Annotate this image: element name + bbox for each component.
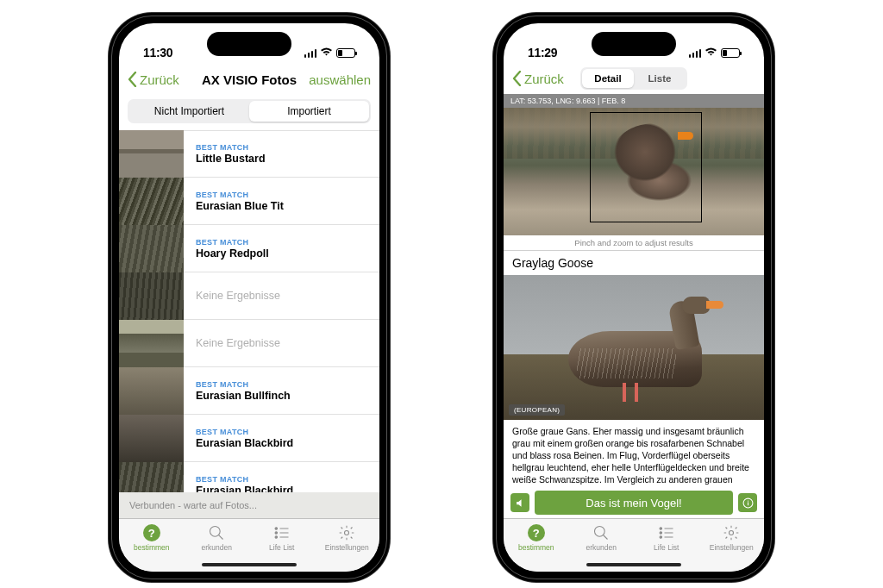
select-button[interactable]: auswählen xyxy=(309,72,371,87)
thumbnail xyxy=(119,272,184,320)
best-match-label: BEST MATCH xyxy=(196,143,266,152)
list-item[interactable]: BEST MATCH Little Bustard xyxy=(119,130,379,178)
back-button[interactable]: Zurück xyxy=(512,71,564,86)
thumbnail xyxy=(119,462,184,493)
tab-liste[interactable]: Liste xyxy=(634,69,686,88)
gear-icon xyxy=(337,523,356,542)
pinch-hint: Pinch and zoom to adjust results xyxy=(504,235,764,250)
coordinates-bar: LAT: 53.753, LNG: 9.663 | FEB. 8 xyxy=(504,94,764,108)
wifi-icon xyxy=(320,47,333,59)
svg-point-0 xyxy=(210,527,221,537)
svg-point-1 xyxy=(275,528,278,530)
tab-bestimmen[interactable]: ? bestimmen xyxy=(510,523,562,572)
home-indicator[interactable] xyxy=(586,563,681,566)
cellular-icon xyxy=(689,49,702,58)
species-description: Große graue Gans. Eher massig und insges… xyxy=(504,420,764,488)
list-item[interactable]: Keine Ergebnisse xyxy=(119,320,379,367)
screen-right: 11:29 Zurück Detail Liste LAT: 53.7 xyxy=(504,23,764,572)
best-match-label: BEST MATCH xyxy=(196,238,269,247)
nav-header: Zurück AX VISIO Fotos auswählen xyxy=(119,63,379,96)
identify-icon: ? xyxy=(142,523,161,542)
list-item[interactable]: BEST MATCH Eurasian Blue Tit xyxy=(119,178,379,225)
phone-frame-left: 11:30 Zurück AX VISIO Fotos auswählen Ni… xyxy=(109,13,390,582)
species-name: Little Bustard xyxy=(196,153,266,165)
no-results-label: Keine Ergebnisse xyxy=(196,337,280,349)
species-name: Hoary Redpoll xyxy=(196,247,269,260)
search-icon xyxy=(592,523,611,542)
best-match-label: BEST MATCH xyxy=(196,428,293,436)
sound-button[interactable] xyxy=(510,493,529,512)
list-item[interactable]: BEST MATCH Hoary Redpoll xyxy=(119,225,379,272)
svg-point-8 xyxy=(595,527,605,537)
list-icon xyxy=(272,523,291,542)
species-name: Eurasian Bullfinch xyxy=(196,390,291,402)
battery-icon xyxy=(721,48,740,58)
cellular-icon xyxy=(304,49,317,58)
battery-icon xyxy=(336,48,355,58)
tab-bestimmen[interactable]: ? bestimmen xyxy=(126,523,178,572)
thumbnail xyxy=(119,320,184,367)
best-match-label: BEST MATCH xyxy=(196,380,291,389)
thumbnail xyxy=(119,178,184,225)
identify-icon: ? xyxy=(527,523,546,542)
home-indicator[interactable] xyxy=(202,563,297,566)
svg-point-10 xyxy=(660,532,662,535)
best-match-label: BEST MATCH xyxy=(196,191,284,199)
back-label: Zurück xyxy=(524,72,564,86)
status-indicators xyxy=(304,47,356,59)
info-button[interactable] xyxy=(738,493,757,512)
connection-status: Verbunden - warte auf Fotos... xyxy=(119,492,379,518)
species-photo[interactable]: (EUROPEAN) xyxy=(504,275,764,420)
tab-detail[interactable]: Detail xyxy=(582,69,634,88)
species-name: Eurasian Blue Tit xyxy=(196,200,284,212)
segmented-control-wrapper: Nicht Importiert Importiert xyxy=(119,96,379,130)
species-name: Eurasian Blackbird xyxy=(196,485,293,493)
search-icon xyxy=(207,523,226,542)
svg-point-2 xyxy=(275,532,278,535)
confirm-bird-button[interactable]: Das ist mein Vogel! xyxy=(535,491,733,515)
list-item[interactable]: BEST MATCH Eurasian Bullfinch xyxy=(119,367,379,415)
thumbnail xyxy=(119,225,184,272)
species-title: Graylag Goose xyxy=(504,251,764,275)
svg-rect-7 xyxy=(747,502,748,505)
svg-point-6 xyxy=(747,500,748,501)
dynamic-island xyxy=(207,32,291,56)
segmented-control: Nicht Importiert Importiert xyxy=(128,99,371,123)
svg-point-3 xyxy=(275,536,278,539)
list-item[interactable]: BEST MATCH Eurasian Blackbird xyxy=(119,462,379,492)
screen-left: 11:30 Zurück AX VISIO Fotos auswählen Ni… xyxy=(119,23,379,572)
tab-einstellungen[interactable]: Einstellungen xyxy=(705,523,757,572)
list-item[interactable]: Keine Ergebnisse xyxy=(119,272,379,320)
status-indicators xyxy=(689,47,741,59)
svg-point-9 xyxy=(660,528,662,530)
wifi-icon xyxy=(705,47,717,59)
thumbnail xyxy=(119,130,184,178)
status-time: 11:30 xyxy=(143,46,172,59)
detail-list-toggle: Detail Liste xyxy=(580,67,687,90)
list-item[interactable]: BEST MATCH Eurasian Blackbird xyxy=(119,415,379,462)
back-button[interactable]: Zurück xyxy=(128,72,179,87)
no-results-label: Keine Ergebnisse xyxy=(196,290,280,302)
svg-point-4 xyxy=(345,531,349,535)
svg-point-11 xyxy=(660,536,662,539)
tab-einstellungen[interactable]: Einstellungen xyxy=(321,523,373,572)
focus-box[interactable] xyxy=(590,112,702,222)
best-match-label: BEST MATCH xyxy=(196,475,293,484)
photo-viewer[interactable] xyxy=(504,108,764,235)
gear-icon xyxy=(722,523,741,542)
svg-point-12 xyxy=(730,531,734,535)
thumbnail xyxy=(119,415,184,462)
species-name: Eurasian Blackbird xyxy=(196,437,293,449)
back-label: Zurück xyxy=(140,72,179,87)
phone-frame-right: 11:29 Zurück Detail Liste LAT: 53.7 xyxy=(493,13,774,582)
nav-title: AX VISIO Fotos xyxy=(202,72,297,87)
tab-not-imported[interactable]: Nicht Importiert xyxy=(129,101,249,122)
nav-header: Zurück Detail Liste xyxy=(504,63,764,94)
thumbnail xyxy=(119,367,184,415)
region-tag: (EUROPEAN) xyxy=(509,404,565,416)
bird-illustration xyxy=(551,297,706,400)
photo-list[interactable]: BEST MATCH Little Bustard BEST MATCH Eur… xyxy=(119,130,379,492)
tab-imported[interactable]: Importiert xyxy=(249,101,369,122)
status-time: 11:29 xyxy=(528,46,557,59)
list-icon xyxy=(657,523,676,542)
